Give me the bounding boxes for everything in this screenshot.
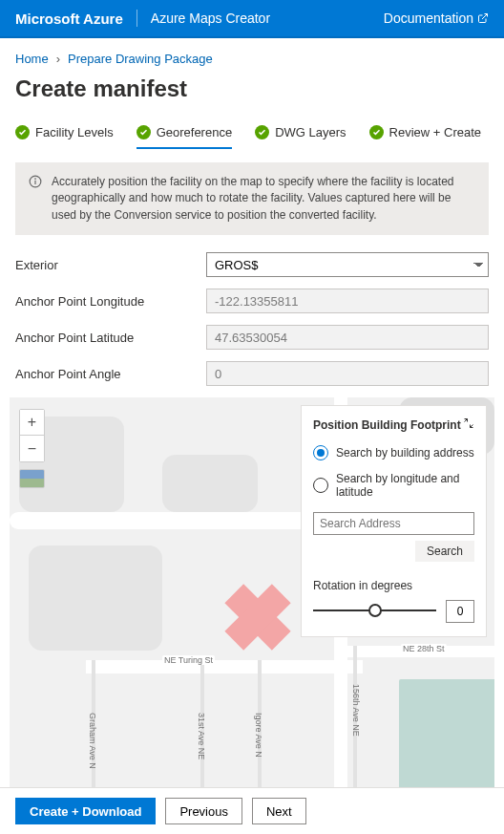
radio-icon [313,445,328,460]
road-label: 156th Ave NE [351,684,361,737]
road-label: NE Turing St [162,655,215,665]
info-banner: Accurately position the facility on the … [15,162,489,235]
exterior-label: Exterior [15,258,206,272]
longitude-label: Anchor Point Longitude [15,294,206,309]
chevron-right-icon: › [56,52,60,66]
search-button[interactable]: Search [415,541,474,562]
check-circle-icon [15,125,30,139]
map-canvas[interactable]: NE Turing St NE 28th St 156th Ave NE 31s… [10,397,494,816]
radio-label: Search by building address [336,446,474,460]
info-text: Accurately position the facility on the … [52,174,475,224]
row-longitude: Anchor Point Longitude [15,289,489,313]
longitude-input [206,289,489,313]
tab-label: Georeference [157,125,233,139]
search-address-input[interactable] [313,512,474,535]
row-latitude: Anchor Point Latitude [15,325,489,350]
zoom-out-button[interactable]: − [20,436,44,461]
svg-point-2 [35,179,36,180]
exterior-select[interactable]: GROS$ [206,252,489,277]
radio-search-address[interactable]: Search by building address [313,445,474,460]
road-label: Igore Ave N [254,713,263,758]
tab-label: Review + Create [389,125,481,139]
footer-actions: Create + Download Previous Next [0,787,504,834]
top-banner: Microsoft Azure Azure Maps Creator Docum… [0,0,504,38]
external-link-icon [477,12,489,24]
footprint-panel: Position Building Footprint Search by bu… [301,405,487,637]
panel-title: Position Building Footprint [313,418,461,432]
rotation-input[interactable] [446,600,474,623]
tab-georeference[interactable]: Georeference [136,119,233,149]
check-circle-icon [136,125,151,139]
tab-dwg-layers[interactable]: DWG Layers [255,119,346,149]
road-label: Graham Ave N [88,713,97,769]
angle-input [206,361,489,386]
info-icon [29,175,42,188]
breadcrumb-home[interactable]: Home [15,52,49,66]
row-angle: Anchor Point Angle [15,361,489,386]
tab-label: DWG Layers [275,125,346,139]
collapse-icon[interactable] [463,417,474,432]
road-label: NE 28th St [401,644,447,653]
page-title: Create manifest [15,75,489,102]
zoom-control: + − [19,409,45,462]
radio-search-lonlat[interactable]: Search by longitude and latitude [313,472,474,499]
rotation-label: Rotation in degrees [313,579,474,592]
row-exterior: Exterior GROS$ [15,252,489,277]
angle-label: Anchor Point Angle [15,367,206,381]
previous-button[interactable]: Previous [165,798,242,824]
breadcrumb-prepare[interactable]: Prepare Drawing Package [68,52,213,66]
map-container: NE Turing St NE 28th St 156th Ave NE 31s… [10,397,494,816]
zoom-in-button[interactable]: + [20,410,44,436]
wizard-tabs: Facility Levels Georeference DWG Layers … [15,119,489,149]
radio-icon [313,478,328,493]
documentation-label: Documentation [384,11,473,26]
road-label: 31st Ave NE [197,713,206,759]
page-content: Home › Prepare Drawing Package Create ma… [0,38,504,816]
latitude-input [206,325,489,350]
rotation-slider[interactable] [313,609,436,611]
documentation-link[interactable]: Documentation [384,11,489,26]
check-circle-icon [369,125,384,139]
radio-label: Search by longitude and latitude [336,472,474,499]
building-footprint-marker[interactable] [224,584,291,651]
tab-label: Facility Levels [35,125,114,139]
tab-facility-levels[interactable]: Facility Levels [15,119,114,149]
tab-review-create[interactable]: Review + Create [369,119,481,149]
check-circle-icon [255,125,269,139]
create-download-button[interactable]: Create + Download [15,798,156,824]
next-button[interactable]: Next [252,798,306,824]
brand-label: Microsoft Azure [15,11,123,27]
latitude-label: Anchor Point Latitude [15,331,206,345]
product-label: Azure Maps Creator [151,11,270,26]
breadcrumb: Home › Prepare Drawing Package [15,52,489,66]
divider [136,10,137,27]
layers-button[interactable] [19,469,45,488]
